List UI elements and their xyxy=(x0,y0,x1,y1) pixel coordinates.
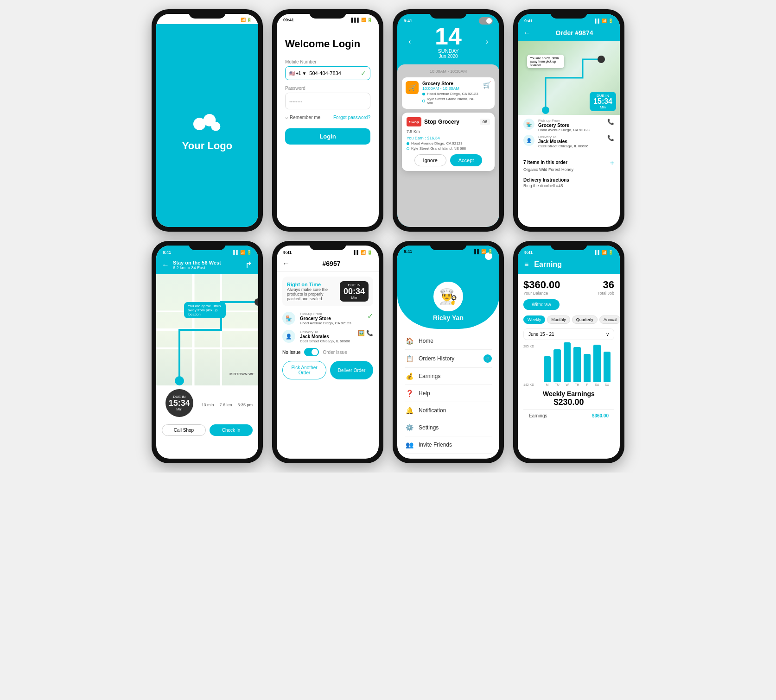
earnings-screen: 9:41 ▌▌ 📶 🔋 ≡ Earning $360.00 Your Balan… xyxy=(518,246,620,459)
total-job-col: 36 Total Job xyxy=(598,279,614,296)
logo-svg xyxy=(191,109,223,132)
next-arrow[interactable]: › xyxy=(486,38,488,46)
tab-monthly[interactable]: Monthly xyxy=(547,315,570,324)
popup-addr1: Hood Avenue Diego, CA 92123 xyxy=(407,141,490,145)
login-button[interactable]: Login xyxy=(285,128,370,145)
os-back-button[interactable]: ← xyxy=(282,259,290,268)
menu-item-notification[interactable]: 🔔 Notification xyxy=(405,402,492,419)
avatar: 👨‍🍳 xyxy=(433,282,463,311)
total-job-label: Total Job xyxy=(598,291,614,296)
delivery-phone-icon[interactable]: 📞 xyxy=(607,135,614,141)
pickup-step-name: Grocery Store xyxy=(300,316,363,321)
map-area: You are aprox. 3min away from pick up lo… xyxy=(156,274,258,385)
invite-icon: 👥 xyxy=(405,441,414,448)
signal-icons: ▌▌ 📶 🔋 xyxy=(474,249,493,254)
order-number: #6957 xyxy=(290,260,373,267)
pickup-icon: 🏪 xyxy=(523,119,534,130)
svg-point-2 xyxy=(211,122,220,131)
wifi-icon: 📶 xyxy=(241,18,246,22)
notch xyxy=(550,241,587,250)
menu-item-help[interactable]: ❓ Help xyxy=(405,385,492,402)
signal-icons: ▌▌▌ 📶 🔋 xyxy=(231,18,252,22)
instructions-title: Delivery Instructions xyxy=(523,177,614,183)
earn-text: You Earn : $16.34 xyxy=(407,136,490,140)
menu-item-invite[interactable]: 👥 Invite Friends xyxy=(405,436,492,454)
menu-item-settings[interactable]: ⚙️ Settings xyxy=(405,419,492,436)
splash-screen: 9:41 ▌▌▌ 📶 🔋 Your Logo xyxy=(156,14,258,227)
notch xyxy=(430,9,467,19)
action-buttons: Pick Another Order Deliver Order xyxy=(282,361,373,379)
map-area: You are aprox. 3min away from pick up lo… xyxy=(518,41,620,115)
menu-item-home[interactable]: 🏠 Home xyxy=(405,333,492,350)
od-header: ← Order #9874 xyxy=(518,24,620,41)
home-icon: 🏠 xyxy=(405,337,414,345)
toggle-status[interactable] xyxy=(479,17,493,25)
pickup-label: Pick-up From xyxy=(538,119,604,123)
prev-arrow[interactable]: ‹ xyxy=(408,38,411,46)
nav-back-button[interactable]: ← xyxy=(162,261,169,269)
bar-su: SU xyxy=(604,352,611,386)
pick-another-button[interactable]: Pick Another Order xyxy=(282,361,326,379)
tab-annual[interactable]: Annual xyxy=(599,315,620,324)
signal-icon: ▌▌▌ xyxy=(231,18,240,22)
tab-weekly[interactable]: Weekly xyxy=(523,315,545,324)
menu-icon[interactable]: ≡ xyxy=(524,260,528,269)
remember-label: Remember me xyxy=(290,115,320,120)
battery-icon: 🔋 xyxy=(247,18,252,22)
time: 9:41 xyxy=(163,18,171,22)
invite-label: Invite Friends xyxy=(419,441,452,448)
earnings-icon: 💰 xyxy=(405,372,414,380)
delivery-row: 👤 Delivery To Jack Morales Cecil Street … xyxy=(523,135,614,148)
addr1: Hood Avenue Diego, CA 92123 xyxy=(422,92,479,96)
phone-navigation: 9:41 ▌▌ 📶 🔋 ← Stay on the 56 West 6.2 km… xyxy=(152,241,263,463)
tab-quarterly[interactable]: Quarterly xyxy=(572,315,598,324)
withdraw-button[interactable]: Withdraw xyxy=(523,299,560,310)
phone-icon[interactable]: 📞 xyxy=(607,119,614,125)
stop-meta: 7.5 Km xyxy=(407,129,490,134)
back-button[interactable]: ← xyxy=(523,29,531,37)
balance-amount: $360.00 xyxy=(523,279,560,291)
menu-item-earnings[interactable]: 💰 Earnings xyxy=(405,368,492,385)
bar-w: W xyxy=(564,342,571,386)
profile-name: Ricky Yan xyxy=(433,314,464,322)
add-items-icon[interactable]: + xyxy=(610,159,614,167)
password-input[interactable]: •••••••• xyxy=(285,93,370,109)
issue-toggle[interactable] xyxy=(304,348,319,356)
forgot-password-link[interactable]: Forgot password? xyxy=(333,115,370,120)
map-svg xyxy=(156,274,258,385)
password-dots: •••••••• xyxy=(289,99,302,104)
earnings-footer-val: $360.00 xyxy=(592,413,609,418)
remember-checkbox[interactable]: ○ xyxy=(285,115,288,120)
pickup-step-icon: 🏪 xyxy=(282,312,295,325)
due-circle: DUE IN 15:34 Min xyxy=(165,389,193,417)
date-range: June 15 - 21 xyxy=(528,332,554,337)
deliver-order-button[interactable]: Deliver Order xyxy=(330,361,373,379)
phone-input[interactable]: 🇺🇸 +1 ▼ 504-404-7834 ✓ xyxy=(285,66,370,80)
delivery-step: 👤 Delivery To Jack Morales Cecil Street … xyxy=(282,330,373,343)
on-time-subtitle: Always make sure the products is properl… xyxy=(287,287,336,301)
date-selector[interactable]: June 15 - 21 ∨ xyxy=(523,328,614,340)
delivery-step-addr: Cecil Street Chicago, IL 60606 xyxy=(300,339,353,343)
time: 9:41 xyxy=(283,250,292,255)
menu-item-orders[interactable]: 📋 Orders History 🛒 xyxy=(405,350,492,368)
bar-chart: M TU W TH xyxy=(523,345,614,386)
due-min: Min xyxy=(343,296,365,300)
popup-addr2: Kyle Street Grand Island, NE 688 xyxy=(407,146,490,151)
bar-m-label: M xyxy=(546,383,549,386)
bar-sa: SA xyxy=(593,345,600,386)
main-grid: 9:41 ▌▌▌ 📶 🔋 Your Logo xyxy=(152,9,624,463)
time: 9:41 xyxy=(404,249,412,254)
phone-earnings: 9:41 ▌▌ 📶 🔋 ≡ Earning $360.00 Your Balan… xyxy=(513,241,624,463)
due-time: 00:34 xyxy=(343,287,365,296)
stop-popup-name: Stop Grocery xyxy=(424,119,459,125)
accept-button[interactable]: Accept xyxy=(450,154,483,166)
ignore-button[interactable]: Ignore xyxy=(414,154,446,166)
notch xyxy=(189,9,226,19)
profile-header-area: 9:41 ▌▌ 📶 🔋 👨‍🍳 Ricky Yan xyxy=(397,246,499,329)
call-shop-button[interactable]: Call Shop xyxy=(162,424,206,436)
check-in-button[interactable]: Check In xyxy=(210,424,253,436)
period-tabs: Weekly Monthly Quarterly Annual xyxy=(523,315,614,324)
wifi-icon: 📶 xyxy=(361,18,366,22)
bar-m-bar xyxy=(544,356,551,382)
login-content: Welcome Login Mobile Number 🇺🇸 +1 ▼ 504-… xyxy=(277,24,379,154)
